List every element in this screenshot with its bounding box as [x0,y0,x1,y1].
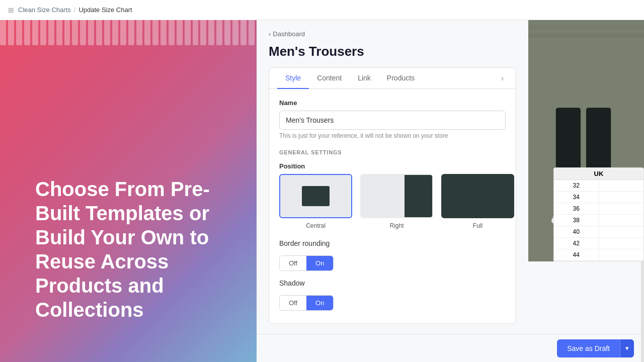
border-rounding-label: Border rounding [279,239,506,247]
preview-background: UK 32 34 36 [528,20,644,261]
decorative-stripe [64,20,70,45]
tabs-nav: Style Content Link Products › [269,68,516,89]
tab-content[interactable]: Content [309,68,350,89]
table-cell [599,203,644,214]
decorative-stripe [16,20,22,45]
position-full[interactable]: Full [441,174,514,229]
decorative-stripe [224,20,230,45]
preview-panel: UK 32 34 36 [528,20,644,334]
main-layout: Choose From Pre-Built Templates or Build… [0,20,644,362]
decorative-stripe [112,20,118,45]
table-row: 38 [554,215,643,226]
decorative-stripe [32,20,38,45]
decorative-stripe [40,20,46,45]
svg-rect-2 [528,20,644,21]
breadcrumb-app[interactable]: Clean Size Charts [18,6,71,14]
tab-style[interactable]: Style [277,68,309,89]
decorative-stripe [232,20,238,45]
shadow-off-btn[interactable]: Off [280,296,306,310]
back-label: Dashboard [273,30,305,38]
table-cell: 36 [554,203,599,214]
decorative-stripe [240,20,247,45]
decorative-stripe [96,20,102,45]
table-row: 34 [554,192,643,203]
position-full-box[interactable] [441,174,514,218]
decorative-stripe [8,20,14,45]
position-central[interactable]: Central [279,174,352,229]
back-arrow: ‹ [269,30,271,38]
table-cell [599,226,644,237]
decorative-stripe [48,20,54,45]
breadcrumb-sep: / [74,6,76,14]
breadcrumb: Clean Size Charts / Update Size Chart [18,6,132,14]
tab-products[interactable]: Products [379,68,423,89]
table-cell [599,249,644,260]
table-cell [599,180,644,191]
form-panel: ‹ Dashboard Men's Trousers Style Content… [257,20,528,334]
table-cell: 42 [554,238,599,249]
name-hint: This is just for your reference, it will… [279,132,506,139]
decorative-stripe [144,20,150,45]
decorative-stripe [208,20,214,45]
table-cell [599,192,644,203]
border-rounding-off-btn[interactable]: Off [280,256,306,270]
position-right-icon [405,174,432,218]
shadow-group: Shadow Off On [279,279,506,319]
tabs-content: Name This is just for your reference, it… [269,89,516,324]
save-draft-button[interactable]: Save as Draft [557,339,620,357]
border-rounding-toggle: Off On [279,255,334,271]
table-row: 32 [554,180,643,192]
border-rounding-on-btn[interactable]: On [306,256,333,270]
decorative-stripe [160,20,167,45]
breadcrumb-current: Update Size Chart [78,6,132,14]
decorative-stripe [185,20,191,45]
decorative-stripe [193,20,199,45]
position-label: Position [279,162,506,170]
tabs-collapse-button[interactable]: › [497,68,508,88]
svg-rect-3 [528,25,644,30]
table-row: 40 [554,226,643,238]
name-input[interactable] [279,111,506,130]
left-panel: Choose From Pre-Built Templates or Build… [0,20,257,362]
shadow-toggle: Off On [279,295,334,311]
hero-text: Choose From Pre-Built Templates or Build… [35,177,236,322]
shadow-on-btn[interactable]: On [306,296,333,310]
table-cell: 34 [554,192,599,203]
page-title: Men's Trousers [269,44,516,59]
position-central-box[interactable] [279,174,352,218]
decorative-stripe [152,20,158,45]
decorative-stripe [88,20,94,45]
position-central-label: Central [306,222,326,229]
position-right-box[interactable] [360,174,433,218]
table-cell: 32 [554,180,599,191]
decorative-stripe [249,20,255,45]
table-row: 36 [554,203,643,215]
decorative-stripe [216,20,222,45]
save-button-group: Save as Draft ▾ [557,339,634,357]
app-icon: ⊞ [8,6,14,14]
decorative-stripe [104,20,110,45]
general-settings-label: GENERAL SETTINGS [279,149,506,155]
content-area: ‹ Dashboard Men's Trousers Style Content… [257,20,644,334]
decorative-stripe [169,20,175,45]
position-right[interactable]: Right [360,174,433,229]
position-field-group: Position Central [279,162,506,229]
preview-size-table: UK 32 34 36 [553,167,644,261]
decorative-stripe [177,20,183,45]
back-link[interactable]: ‹ Dashboard [269,30,516,38]
table-cell: 44 [554,249,599,260]
table-cell [599,238,644,249]
decorative-stripe [80,20,86,45]
name-field-group: Name This is just for your reference, it… [279,99,506,139]
decorative-stripe [72,20,78,45]
topbar: ⊞ Clean Size Charts / Update Size Chart [0,0,644,20]
decorative-stripe [24,20,30,45]
position-options: Central Right Fu [279,174,506,229]
decorative-stripe [200,20,206,45]
table-cell: 40 [554,226,599,237]
decorative-stripe [0,20,6,45]
position-right-label: Right [389,222,404,229]
decorative-stripe [136,20,142,45]
save-dropdown-button[interactable]: ▾ [620,339,634,357]
tab-link[interactable]: Link [350,68,379,89]
